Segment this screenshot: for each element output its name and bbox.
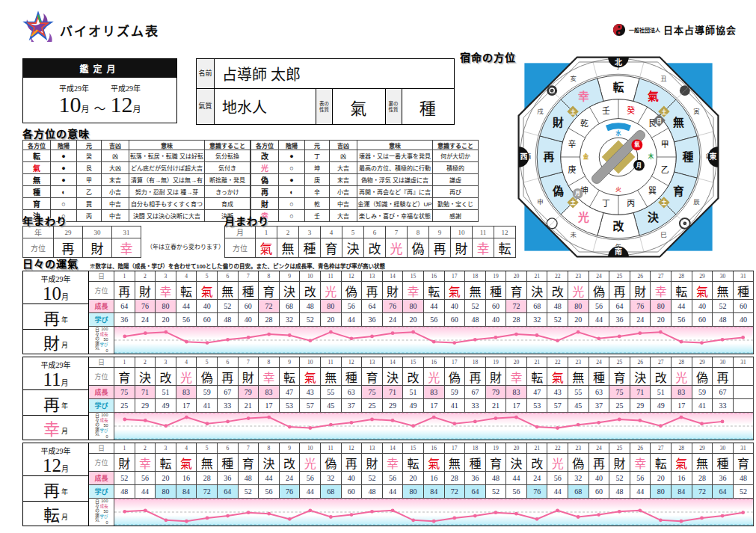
yinyang-cell: ◐ <box>279 186 305 198</box>
meaning-cell: 偽物・浮気 又は謙虚に吉 <box>357 174 433 186</box>
growth-value-cell: 76 <box>383 300 404 313</box>
learn-value-cell: 44 <box>135 485 156 499</box>
page-title: バイオリズム表 <box>60 21 159 40</box>
day-number-cell: 10 <box>300 357 321 368</box>
houi-meaning-table: 各方位陰陽元吉凶意味意識すること改●丁凶壊器・又は一番大事を発見何が大切か光○坤… <box>251 140 479 222</box>
growth-point <box>123 510 126 514</box>
meaning-cell: どん底だが気付けば超大吉 <box>129 162 205 174</box>
houi-cell: 財 <box>383 282 404 300</box>
day-number-cell: 24 <box>589 443 610 454</box>
biorhythm-sheet: バイオリズム表 一般社団法人 日本占導師協会 鑑定月 平成29年 10月 ～ 平… <box>0 0 756 533</box>
learn-value-cell: 80 <box>403 485 424 499</box>
day-number-cell: 18 <box>465 357 486 368</box>
compass-text: 転 <box>613 81 624 93</box>
learn-value-cell: 80 <box>156 485 176 499</box>
growth-row-label: 成長 <box>89 300 114 313</box>
compass-text: 改 <box>613 220 624 232</box>
day-number-cell: 24 <box>589 271 610 282</box>
cycle-head-cell: 31 <box>112 227 141 238</box>
houi-cell: 無 <box>197 454 218 472</box>
learn-value-cell: 41 <box>445 399 466 413</box>
awareness-cell: 育成 <box>205 198 251 210</box>
houi-cell: 氣 <box>197 282 218 300</box>
column-header: 元 <box>77 141 102 150</box>
growth-value-cell: 36 <box>218 472 239 485</box>
month-block: 平成29年10月再年財月日123456789101112131415161718… <box>22 271 754 354</box>
growth-point <box>514 512 518 516</box>
compass-text: 戌 <box>537 108 544 115</box>
growth-value-cell: 83 <box>424 386 445 399</box>
houi-cell: 改 <box>300 282 321 300</box>
month-number: 11月 <box>23 370 88 389</box>
compass-text: 財 <box>552 116 564 129</box>
growth-point <box>288 517 292 521</box>
compass-text: 木 <box>648 153 654 161</box>
houi-cell: 光 <box>568 282 589 300</box>
day-number-cell: 18 <box>465 443 486 454</box>
learn-value-cell: 64 <box>218 485 239 499</box>
houi-cell: 育 <box>114 368 135 386</box>
learn-value-cell: 32 <box>280 313 301 327</box>
houi-cell: 種 <box>239 282 259 300</box>
axis-50: 50 <box>103 338 108 342</box>
cycle-head-cell: 10 <box>451 227 473 238</box>
stem-cell: 乙 <box>77 186 102 198</box>
learn-value-cell: 20 <box>156 313 176 327</box>
growth-value-cell: 80 <box>321 300 342 313</box>
growth-point <box>185 520 188 523</box>
range-tilde: ～ <box>93 99 105 117</box>
stem-cell: 癸 <box>77 150 102 162</box>
growth-point <box>329 515 333 519</box>
growth-point <box>659 518 663 522</box>
houi-cell: 育 <box>23 198 51 210</box>
growth-graph <box>114 413 754 440</box>
compass-text: 土 <box>661 199 666 206</box>
awareness-cell: 勤勉・宝くじ <box>433 198 479 210</box>
houi-cell: 再 <box>114 282 135 300</box>
cycle-houi-cell: 氣 <box>256 238 277 258</box>
day-number-cell: 10 <box>300 443 321 454</box>
learn-value-cell: 57 <box>547 399 568 413</box>
compass-text: 火 <box>615 186 621 193</box>
table-row: 種◐乙小吉努力・忍耐 又は 種→芽きっかけ <box>23 186 251 198</box>
cycle-houi-cell: 財 <box>83 238 112 258</box>
awareness-cell: 謙虚 <box>433 174 479 186</box>
org-type-label: 一般社団法人 <box>629 26 660 34</box>
learn-value-cell: 41 <box>197 399 218 413</box>
day-number-cell: 29 <box>692 443 713 454</box>
growth-point <box>597 336 600 340</box>
houi-cell: 決 <box>280 282 301 300</box>
growth-point <box>144 419 147 422</box>
table-row: 氣●艮大凶どん底だが気付けば超大吉気付き <box>23 162 251 174</box>
back-nature-label: 裏の性質 <box>385 89 402 125</box>
houi-cell: 偽 <box>568 454 589 472</box>
day-number-cell: 3 <box>156 271 176 282</box>
month-suffix: 月 <box>61 426 68 436</box>
houi-cell: 氣 <box>23 162 51 174</box>
learn-value-cell: 48 <box>362 485 383 499</box>
day-number-cell: 6 <box>218 357 239 368</box>
growth-point <box>165 330 168 334</box>
meaning-cell: 転落・転居・転職 又は好転 <box>129 150 205 162</box>
houi-cell: 育 <box>609 368 630 386</box>
cycle-houi-cell: 決 <box>342 238 364 258</box>
growth-point <box>680 416 683 419</box>
day-number-cell: 21 <box>527 443 548 454</box>
learn-value-cell: 45 <box>321 399 342 413</box>
learn-value-cell: 20 <box>403 313 424 327</box>
growth-value-cell: 60 <box>734 300 755 313</box>
yinyang-cell: ○ <box>279 198 305 210</box>
graph-axis: 日々の運気100成長50学び0 <box>89 413 114 440</box>
compass-text: 辛 <box>568 139 576 149</box>
cycle-houi-cell: 偽 <box>408 238 429 258</box>
learn-value-cell: 33 <box>218 399 239 413</box>
compass-text: 西 <box>520 153 528 161</box>
growth-graph <box>114 327 754 354</box>
monthcycle-inner: 月123456789101112方位氣無種育決改光偽再財幸転 <box>224 226 516 258</box>
growth-value-cell: 79 <box>486 386 507 399</box>
luck-cell: 大凶 <box>102 162 129 174</box>
org-header: 一般社団法人 日本占導師協会 <box>612 22 737 37</box>
learn-value-cell: 24 <box>135 313 156 327</box>
houi-cell: 育 <box>506 282 527 300</box>
day-number-cell: 30 <box>713 357 734 368</box>
